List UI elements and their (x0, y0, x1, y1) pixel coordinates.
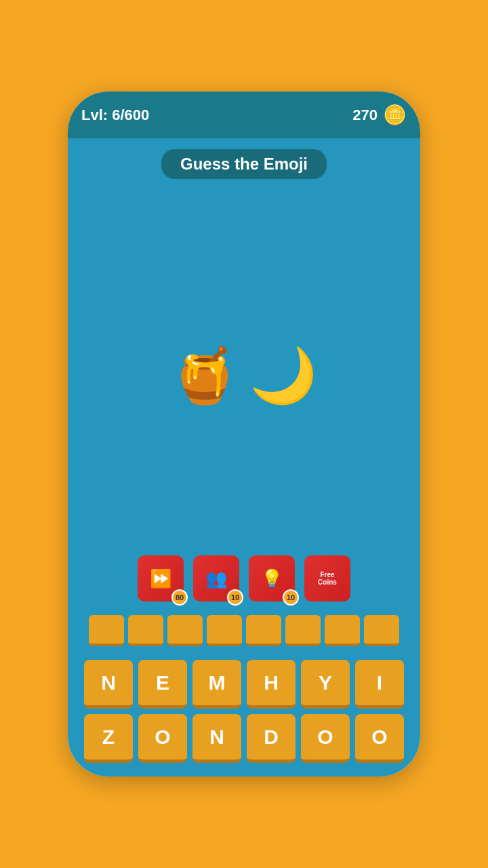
hint-icon: 💡 (261, 568, 283, 589)
hint-badge: 10 (283, 589, 299, 606)
key-Y[interactable]: Y (301, 660, 350, 709)
answer-slot[interactable] (246, 615, 281, 646)
answer-slot[interactable] (89, 615, 124, 646)
answer-slot[interactable] (207, 615, 242, 646)
keyboard: N E M H Y I Z O N D O O (81, 660, 407, 763)
key-O2[interactable]: O (301, 714, 350, 763)
keyboard-row-2: Z O N D O O (81, 714, 407, 763)
powerup-skip-button[interactable]: ⏩ 80 (138, 555, 184, 601)
answer-slot[interactable] (325, 615, 360, 646)
coins-area: 270 🪙 (352, 104, 407, 126)
powerup-reveal-button[interactable]: 👥 10 (193, 555, 239, 601)
answer-slots (89, 615, 399, 646)
key-I[interactable]: I (355, 660, 404, 709)
title-badge: Guess the Emoji (161, 149, 327, 179)
key-Z[interactable]: Z (84, 714, 133, 763)
answer-slot[interactable] (167, 615, 203, 646)
skip-icon: ⏩ (150, 568, 171, 589)
key-M[interactable]: M (192, 660, 241, 709)
coin-icon: 🪙 (383, 104, 407, 126)
emoji-honey-pot: 🍯 (171, 349, 239, 403)
key-O3[interactable]: O (355, 714, 404, 763)
key-E[interactable]: E (138, 660, 187, 709)
answer-slot[interactable] (364, 615, 399, 646)
reveal-badge: 10 (227, 589, 243, 606)
key-N2[interactable]: N (192, 714, 241, 763)
skip-badge: 80 (171, 589, 188, 606)
key-N[interactable]: N (84, 660, 133, 709)
emoji-crescent-moon: 🌙 (249, 349, 317, 403)
key-O1[interactable]: O (138, 714, 187, 763)
free-coins-label: FreeCoins (318, 571, 337, 586)
answer-slot[interactable] (128, 615, 163, 646)
key-H[interactable]: H (247, 660, 296, 709)
emoji-display: 🍯 🌙 (171, 195, 317, 555)
level-label: Lvl: 6/600 (81, 106, 149, 124)
powerup-hint-button[interactable]: 💡 10 (249, 555, 295, 601)
title-text: Guess the Emoji (180, 155, 308, 173)
powerups-row: ⏩ 80 👥 10 💡 10 (138, 555, 350, 601)
game-area: Guess the Emoji 🍯 🌙 ⏩ 80 (68, 138, 420, 776)
coin-count: 270 (352, 106, 378, 124)
answer-slot[interactable] (285, 615, 321, 646)
key-D[interactable]: D (247, 714, 296, 763)
header: Lvl: 6/600 270 🪙 (68, 92, 420, 138)
app-container: Lvl: 6/600 270 🪙 Guess the Emoji 🍯 🌙 (68, 92, 420, 776)
keyboard-row-1: N E M H Y I (81, 660, 407, 709)
phone-frame: Lvl: 6/600 270 🪙 Guess the Emoji 🍯 🌙 (68, 92, 420, 776)
powerup-free-coins-button[interactable]: FreeCoins (304, 555, 350, 601)
reveal-icon: 👥 (205, 568, 227, 589)
